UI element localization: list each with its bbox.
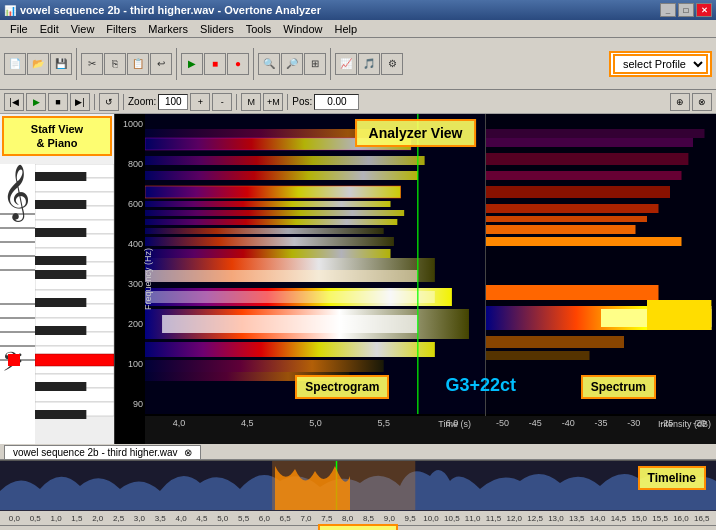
spectrogram-svg — [145, 114, 486, 414]
file-tab-item[interactable]: vowel sequence 2b - third higher.wav ⊗ — [4, 445, 201, 459]
menu-sliders[interactable]: Sliders — [194, 22, 240, 36]
tb2-zoom-label: Zoom: — [128, 96, 156, 107]
copy-button[interactable]: ⎘ — [104, 53, 126, 75]
svg-rect-57 — [162, 315, 418, 333]
tb2-pos-label: Pos: — [292, 96, 312, 107]
toolbar-analysis-group: 📈 🎵 ⚙ — [335, 53, 403, 75]
tl-0: 0,0 — [4, 514, 25, 523]
svg-rect-49 — [145, 228, 384, 234]
svg-rect-46 — [145, 201, 391, 207]
menu-edit[interactable]: Edit — [34, 22, 65, 36]
tl-50: 5,0 — [212, 514, 233, 523]
menu-markers[interactable]: Markers — [142, 22, 194, 36]
svg-rect-36 — [35, 382, 86, 391]
titlebar-title: vowel sequence 2b - third higher.wav - O… — [20, 4, 321, 16]
tb2-stop-button[interactable]: ■ — [48, 93, 68, 111]
svg-rect-59 — [145, 360, 384, 372]
tb2-next-button[interactable]: ▶| — [70, 93, 90, 111]
x-axis-spectrogram: 4,0 4,5 5,0 5,5 6,0 — [145, 416, 486, 444]
stop-button[interactable]: ■ — [204, 53, 226, 75]
tl-15: 1,5 — [66, 514, 87, 523]
zoom-out-button[interactable]: 🔎 — [281, 53, 303, 75]
tb2-play-button[interactable]: ▶ — [26, 93, 46, 111]
svg-rect-34 — [35, 298, 86, 307]
tl-05: 0,5 — [25, 514, 46, 523]
svg-rect-68 — [486, 204, 659, 213]
tl-100: 10,0 — [421, 514, 442, 523]
spectrum-btn[interactable]: 📈 — [335, 53, 357, 75]
menu-help[interactable]: Help — [328, 22, 363, 36]
toolbar-transport-group: ▶ ■ ● — [181, 53, 249, 75]
svg-rect-37 — [35, 410, 86, 419]
spectrogram-label: Spectrogram — [295, 375, 389, 399]
close-button[interactable]: ✕ — [696, 3, 712, 17]
menu-filters[interactable]: Filters — [100, 22, 142, 36]
x-label-40: 4,0 — [145, 418, 213, 428]
tl-25: 2,5 — [108, 514, 129, 523]
tl-10: 1,0 — [46, 514, 67, 523]
sp-x-50: -50 — [486, 418, 519, 428]
y-label-400: 400 — [115, 239, 145, 249]
svg-rect-66 — [486, 171, 682, 180]
open-button[interactable]: 📂 — [27, 53, 49, 75]
tl-160: 16,0 — [671, 514, 692, 523]
tb2-marker-button[interactable]: M — [241, 93, 261, 111]
tb2-extra-1[interactable]: ⊕ — [670, 93, 690, 111]
paste-button[interactable]: 📋 — [127, 53, 149, 75]
tb2-extra-2[interactable]: ⊗ — [692, 93, 712, 111]
panel-divider — [485, 114, 486, 416]
y-label-90: 90 — [115, 399, 145, 409]
new-button[interactable]: 📄 — [4, 53, 26, 75]
profile-dropdown[interactable]: select Profile — [613, 54, 708, 74]
staff-notation: 𝄞 𝄢 — [0, 164, 35, 444]
record-button[interactable]: ● — [227, 53, 249, 75]
file-tab-bar: vowel sequence 2b - third higher.wav ⊗ — [0, 444, 716, 460]
maximize-button[interactable]: □ — [678, 3, 694, 17]
svg-rect-63 — [486, 129, 705, 138]
settings-btn[interactable]: ⚙ — [381, 53, 403, 75]
tl-130: 13,0 — [546, 514, 567, 523]
svg-rect-30 — [35, 200, 86, 209]
svg-rect-69 — [486, 216, 647, 222]
svg-rect-28 — [35, 354, 114, 366]
menu-file[interactable]: File — [4, 22, 34, 36]
svg-rect-42 — [145, 156, 425, 165]
tl-105: 10,5 — [441, 514, 462, 523]
tb2-zoom-input[interactable] — [158, 94, 188, 110]
tl-30: 3,0 — [129, 514, 150, 523]
undo-button[interactable]: ↩ — [150, 53, 172, 75]
tb2-prev-button[interactable]: |◀ — [4, 93, 24, 111]
spectrum-svg — [486, 114, 716, 414]
play-button[interactable]: ▶ — [181, 53, 203, 75]
fit-button[interactable]: ⊞ — [304, 53, 326, 75]
x-axis-time-label: Time (s) — [438, 419, 471, 429]
tb2-pos-input[interactable] — [314, 94, 359, 110]
x-label-55: 5,5 — [350, 418, 418, 428]
svg-rect-70 — [486, 225, 636, 234]
save-button[interactable]: 💾 — [50, 53, 72, 75]
tl-110: 11,0 — [462, 514, 483, 523]
tb2-zoom-out2[interactable]: - — [212, 93, 232, 111]
svg-rect-31 — [35, 228, 86, 237]
analyzer-panel: Analyzer View 1000 800 600 400 300 200 1… — [115, 114, 716, 444]
toolbar-sep-4 — [330, 48, 331, 80]
cut-button[interactable]: ✂ — [81, 53, 103, 75]
spectrogram-btn[interactable]: 🎵 — [358, 53, 380, 75]
toolbar-sep-1 — [76, 48, 77, 80]
tl-40: 4,0 — [171, 514, 192, 523]
minimize-button[interactable]: _ — [660, 3, 676, 17]
svg-rect-44 — [145, 186, 401, 198]
svg-rect-65 — [486, 153, 688, 165]
tb2-sep-2 — [123, 94, 124, 110]
zoom-in-button[interactable]: 🔍 — [258, 53, 280, 75]
timeline-waveform[interactable] — [0, 461, 716, 510]
menu-window[interactable]: Window — [277, 22, 328, 36]
menu-tools[interactable]: Tools — [240, 22, 278, 36]
tb2-mark-add[interactable]: +M — [263, 93, 283, 111]
file-tab-close[interactable]: ⊗ — [184, 447, 192, 458]
tb2-loop-button[interactable]: ↺ — [99, 93, 119, 111]
y-label-800: 800 — [115, 159, 145, 169]
staff-piano-panel: Staff View & Piano 𝄞 𝄢 — [0, 114, 115, 444]
tb2-zoom-in2[interactable]: + — [190, 93, 210, 111]
menu-view[interactable]: View — [65, 22, 101, 36]
